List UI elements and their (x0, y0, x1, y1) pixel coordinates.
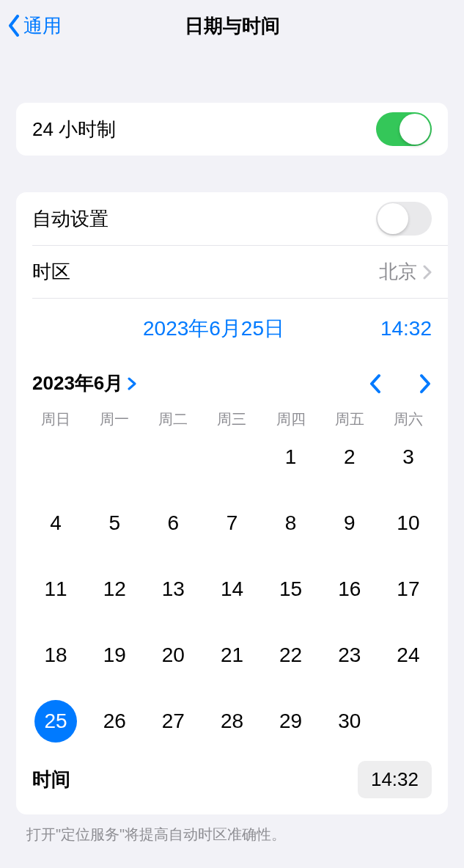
calendar-day[interactable]: 24 (379, 633, 438, 677)
calendar-header: 2023年6月 (16, 350, 448, 404)
calendar-day-blank (26, 435, 85, 479)
switch-autoset[interactable] (376, 202, 432, 236)
weekday-label: 周四 (262, 409, 320, 429)
calendar-day[interactable]: 5 (85, 501, 144, 545)
back-label: 通用 (23, 13, 62, 39)
calendar-nav (369, 373, 432, 394)
row-timezone-label: 时区 (32, 259, 70, 285)
page-title: 日期与时间 (185, 13, 280, 39)
row-timezone[interactable]: 时区 北京 (32, 245, 448, 298)
calendar-day[interactable]: 21 (202, 633, 261, 677)
chevron-left-icon (7, 15, 21, 37)
time-label: 时间 (32, 767, 70, 792)
timezone-text: 北京 (379, 259, 417, 285)
calendar-day[interactable]: 20 (144, 633, 202, 677)
row-autoset: 自动设置 (16, 192, 448, 245)
calendar-day[interactable]: 7 (202, 501, 261, 545)
weekday-label: 周一 (85, 409, 144, 429)
chevron-right-icon (128, 377, 136, 390)
row-timezone-value: 北京 (379, 259, 432, 285)
calendar-day[interactable]: 28 (202, 699, 261, 743)
switch-24h[interactable] (376, 112, 432, 146)
nav-bar: 通用 日期与时间 (0, 0, 464, 51)
calendar-day[interactable]: 26 (85, 699, 144, 743)
switch-knob (399, 114, 430, 145)
calendar-day-blank (85, 435, 144, 479)
weekday-label: 周日 (26, 409, 85, 429)
calendar-day[interactable]: 12 (85, 567, 144, 611)
calendar-day[interactable]: 11 (26, 567, 85, 611)
footer-note: 打开"定位服务"将提高自动时区准确性。 (0, 814, 464, 845)
calendar-day[interactable]: 18 (26, 633, 85, 677)
group-24h: 24 小时制 (16, 103, 448, 156)
calendar-day[interactable]: 1 (262, 435, 320, 479)
calendar-prev-button[interactable] (369, 373, 382, 394)
calendar-day[interactable]: 30 (320, 699, 379, 743)
summary-time[interactable]: 14:32 (351, 317, 432, 340)
summary-date[interactable]: 2023年6月25日 (76, 315, 351, 343)
calendar-day[interactable]: 13 (144, 567, 202, 611)
calendar-day[interactable]: 19 (85, 633, 144, 677)
calendar-day[interactable]: 15 (262, 567, 320, 611)
calendar-day-blank (202, 435, 261, 479)
calendar-next-button[interactable] (419, 373, 432, 394)
weekday-label: 周二 (144, 409, 202, 429)
weekday-row: 周日周一周二周三周四周五周六 (16, 404, 448, 435)
calendar-day[interactable]: 27 (144, 699, 202, 743)
weekday-label: 周六 (379, 409, 438, 429)
row-summary: 2023年6月25日 14:32 (32, 298, 448, 350)
time-picker[interactable]: 14:32 (358, 761, 432, 798)
row-24h: 24 小时制 (16, 103, 448, 156)
calendar-day[interactable]: 29 (262, 699, 320, 743)
calendar-day[interactable]: 4 (26, 501, 85, 545)
weekday-label: 周三 (202, 409, 261, 429)
calendar-day-blank (144, 435, 202, 479)
group-datetime: 自动设置 时区 北京 2023年6月25日 14:32 2023年6月 周日周一… (16, 192, 448, 814)
row-autoset-label: 自动设置 (32, 206, 108, 232)
calendar-day[interactable]: 16 (320, 567, 379, 611)
calendar-day[interactable]: 6 (144, 501, 202, 545)
calendar-day[interactable]: 9 (320, 501, 379, 545)
calendar-grid: 1234567891011121314151617181920212223242… (16, 435, 448, 754)
calendar-day[interactable]: 22 (262, 633, 320, 677)
calendar-month-button[interactable]: 2023年6月 (32, 371, 136, 396)
calendar-day[interactable]: 10 (379, 501, 438, 545)
calendar-month-label: 2023年6月 (32, 371, 123, 396)
row-24h-label: 24 小时制 (32, 117, 116, 142)
calendar-day[interactable]: 23 (320, 633, 379, 677)
row-time: 时间 14:32 (16, 754, 448, 814)
switch-knob (378, 203, 408, 234)
calendar-day[interactable]: 25 (34, 700, 77, 743)
calendar-day[interactable]: 14 (202, 567, 261, 611)
calendar-day[interactable]: 8 (262, 501, 320, 545)
chevron-right-icon (423, 265, 432, 280)
calendar-day[interactable]: 2 (320, 435, 379, 479)
calendar-day[interactable]: 17 (379, 567, 438, 611)
back-button[interactable]: 通用 (7, 13, 62, 39)
calendar-day[interactable]: 3 (379, 435, 438, 479)
weekday-label: 周五 (320, 409, 379, 429)
